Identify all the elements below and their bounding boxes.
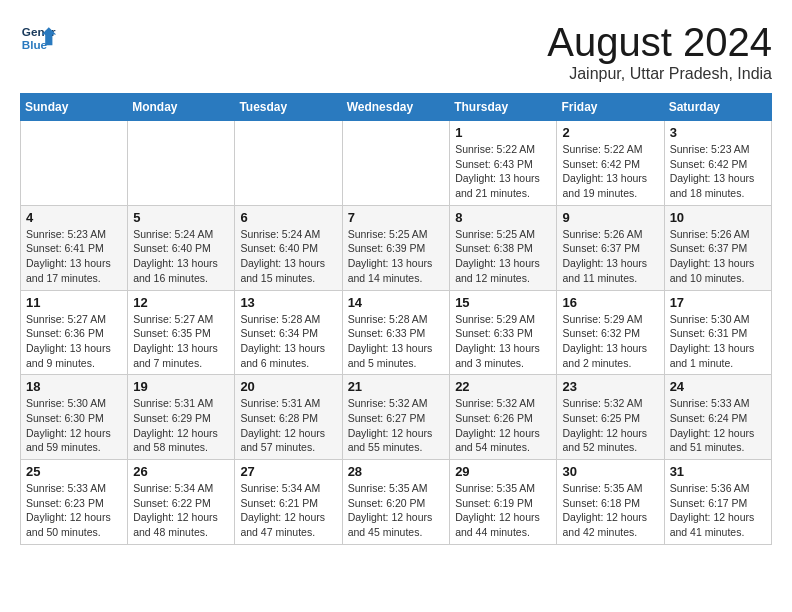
day-number: 17 xyxy=(670,295,766,310)
day-number: 11 xyxy=(26,295,122,310)
day-number: 31 xyxy=(670,464,766,479)
day-number: 3 xyxy=(670,125,766,140)
day-info: Sunrise: 5:36 AM Sunset: 6:17 PM Dayligh… xyxy=(670,481,766,540)
calendar-day-cell xyxy=(235,121,342,206)
calendar-day-cell: 14Sunrise: 5:28 AM Sunset: 6:33 PM Dayli… xyxy=(342,290,450,375)
day-info: Sunrise: 5:26 AM Sunset: 6:37 PM Dayligh… xyxy=(562,227,658,286)
calendar-day-cell: 1Sunrise: 5:22 AM Sunset: 6:43 PM Daylig… xyxy=(450,121,557,206)
logo: General Blue xyxy=(20,20,56,56)
day-number: 27 xyxy=(240,464,336,479)
day-info: Sunrise: 5:32 AM Sunset: 6:27 PM Dayligh… xyxy=(348,396,445,455)
calendar-day-cell: 2Sunrise: 5:22 AM Sunset: 6:42 PM Daylig… xyxy=(557,121,664,206)
day-number: 14 xyxy=(348,295,445,310)
day-info: Sunrise: 5:35 AM Sunset: 6:20 PM Dayligh… xyxy=(348,481,445,540)
calendar-header-friday: Friday xyxy=(557,94,664,121)
day-number: 9 xyxy=(562,210,658,225)
calendar-day-cell: 19Sunrise: 5:31 AM Sunset: 6:29 PM Dayli… xyxy=(128,375,235,460)
svg-text:Blue: Blue xyxy=(22,38,48,51)
day-info: Sunrise: 5:26 AM Sunset: 6:37 PM Dayligh… xyxy=(670,227,766,286)
day-number: 18 xyxy=(26,379,122,394)
calendar-day-cell: 16Sunrise: 5:29 AM Sunset: 6:32 PM Dayli… xyxy=(557,290,664,375)
calendar-week-row: 1Sunrise: 5:22 AM Sunset: 6:43 PM Daylig… xyxy=(21,121,772,206)
day-number: 7 xyxy=(348,210,445,225)
day-info: Sunrise: 5:22 AM Sunset: 6:42 PM Dayligh… xyxy=(562,142,658,201)
calendar-week-row: 18Sunrise: 5:30 AM Sunset: 6:30 PM Dayli… xyxy=(21,375,772,460)
day-number: 8 xyxy=(455,210,551,225)
day-number: 28 xyxy=(348,464,445,479)
calendar-day-cell: 25Sunrise: 5:33 AM Sunset: 6:23 PM Dayli… xyxy=(21,460,128,545)
calendar-day-cell xyxy=(342,121,450,206)
day-info: Sunrise: 5:35 AM Sunset: 6:18 PM Dayligh… xyxy=(562,481,658,540)
day-number: 19 xyxy=(133,379,229,394)
day-number: 29 xyxy=(455,464,551,479)
calendar-day-cell: 10Sunrise: 5:26 AM Sunset: 6:37 PM Dayli… xyxy=(664,205,771,290)
calendar-day-cell: 17Sunrise: 5:30 AM Sunset: 6:31 PM Dayli… xyxy=(664,290,771,375)
calendar-day-cell: 11Sunrise: 5:27 AM Sunset: 6:36 PM Dayli… xyxy=(21,290,128,375)
calendar-day-cell: 7Sunrise: 5:25 AM Sunset: 6:39 PM Daylig… xyxy=(342,205,450,290)
calendar-day-cell: 9Sunrise: 5:26 AM Sunset: 6:37 PM Daylig… xyxy=(557,205,664,290)
day-info: Sunrise: 5:28 AM Sunset: 6:34 PM Dayligh… xyxy=(240,312,336,371)
calendar-body: 1Sunrise: 5:22 AM Sunset: 6:43 PM Daylig… xyxy=(21,121,772,545)
calendar-header-row: SundayMondayTuesdayWednesdayThursdayFrid… xyxy=(21,94,772,121)
day-number: 20 xyxy=(240,379,336,394)
calendar-day-cell: 26Sunrise: 5:34 AM Sunset: 6:22 PM Dayli… xyxy=(128,460,235,545)
day-info: Sunrise: 5:33 AM Sunset: 6:24 PM Dayligh… xyxy=(670,396,766,455)
day-info: Sunrise: 5:29 AM Sunset: 6:33 PM Dayligh… xyxy=(455,312,551,371)
day-number: 1 xyxy=(455,125,551,140)
day-info: Sunrise: 5:34 AM Sunset: 6:21 PM Dayligh… xyxy=(240,481,336,540)
calendar-day-cell: 3Sunrise: 5:23 AM Sunset: 6:42 PM Daylig… xyxy=(664,121,771,206)
calendar-header-thursday: Thursday xyxy=(450,94,557,121)
location-subtitle: Jainpur, Uttar Pradesh, India xyxy=(547,65,772,83)
day-number: 2 xyxy=(562,125,658,140)
day-number: 26 xyxy=(133,464,229,479)
day-number: 30 xyxy=(562,464,658,479)
day-info: Sunrise: 5:24 AM Sunset: 6:40 PM Dayligh… xyxy=(240,227,336,286)
day-info: Sunrise: 5:35 AM Sunset: 6:19 PM Dayligh… xyxy=(455,481,551,540)
calendar-week-row: 11Sunrise: 5:27 AM Sunset: 6:36 PM Dayli… xyxy=(21,290,772,375)
day-info: Sunrise: 5:29 AM Sunset: 6:32 PM Dayligh… xyxy=(562,312,658,371)
day-info: Sunrise: 5:27 AM Sunset: 6:36 PM Dayligh… xyxy=(26,312,122,371)
day-info: Sunrise: 5:24 AM Sunset: 6:40 PM Dayligh… xyxy=(133,227,229,286)
day-info: Sunrise: 5:31 AM Sunset: 6:28 PM Dayligh… xyxy=(240,396,336,455)
calendar-header-sunday: Sunday xyxy=(21,94,128,121)
calendar-day-cell: 8Sunrise: 5:25 AM Sunset: 6:38 PM Daylig… xyxy=(450,205,557,290)
calendar-day-cell: 28Sunrise: 5:35 AM Sunset: 6:20 PM Dayli… xyxy=(342,460,450,545)
logo-icon: General Blue xyxy=(20,20,56,56)
page-header: General Blue August 2024 Jainpur, Uttar … xyxy=(20,20,772,83)
calendar-day-cell: 4Sunrise: 5:23 AM Sunset: 6:41 PM Daylig… xyxy=(21,205,128,290)
calendar-day-cell: 18Sunrise: 5:30 AM Sunset: 6:30 PM Dayli… xyxy=(21,375,128,460)
day-info: Sunrise: 5:23 AM Sunset: 6:42 PM Dayligh… xyxy=(670,142,766,201)
calendar-day-cell: 22Sunrise: 5:32 AM Sunset: 6:26 PM Dayli… xyxy=(450,375,557,460)
calendar-day-cell: 5Sunrise: 5:24 AM Sunset: 6:40 PM Daylig… xyxy=(128,205,235,290)
calendar-day-cell: 23Sunrise: 5:32 AM Sunset: 6:25 PM Dayli… xyxy=(557,375,664,460)
calendar-day-cell xyxy=(128,121,235,206)
calendar-day-cell: 6Sunrise: 5:24 AM Sunset: 6:40 PM Daylig… xyxy=(235,205,342,290)
day-info: Sunrise: 5:32 AM Sunset: 6:26 PM Dayligh… xyxy=(455,396,551,455)
day-info: Sunrise: 5:25 AM Sunset: 6:39 PM Dayligh… xyxy=(348,227,445,286)
day-info: Sunrise: 5:25 AM Sunset: 6:38 PM Dayligh… xyxy=(455,227,551,286)
day-number: 12 xyxy=(133,295,229,310)
calendar-day-cell: 13Sunrise: 5:28 AM Sunset: 6:34 PM Dayli… xyxy=(235,290,342,375)
calendar-day-cell: 30Sunrise: 5:35 AM Sunset: 6:18 PM Dayli… xyxy=(557,460,664,545)
calendar-header-saturday: Saturday xyxy=(664,94,771,121)
day-number: 22 xyxy=(455,379,551,394)
calendar-day-cell: 21Sunrise: 5:32 AM Sunset: 6:27 PM Dayli… xyxy=(342,375,450,460)
day-number: 16 xyxy=(562,295,658,310)
day-number: 24 xyxy=(670,379,766,394)
calendar-day-cell: 31Sunrise: 5:36 AM Sunset: 6:17 PM Dayli… xyxy=(664,460,771,545)
calendar-header-wednesday: Wednesday xyxy=(342,94,450,121)
calendar-day-cell: 24Sunrise: 5:33 AM Sunset: 6:24 PM Dayli… xyxy=(664,375,771,460)
calendar-table: SundayMondayTuesdayWednesdayThursdayFrid… xyxy=(20,93,772,545)
calendar-day-cell: 29Sunrise: 5:35 AM Sunset: 6:19 PM Dayli… xyxy=(450,460,557,545)
calendar-week-row: 25Sunrise: 5:33 AM Sunset: 6:23 PM Dayli… xyxy=(21,460,772,545)
month-year-title: August 2024 xyxy=(547,20,772,65)
day-number: 10 xyxy=(670,210,766,225)
day-info: Sunrise: 5:22 AM Sunset: 6:43 PM Dayligh… xyxy=(455,142,551,201)
day-info: Sunrise: 5:23 AM Sunset: 6:41 PM Dayligh… xyxy=(26,227,122,286)
day-info: Sunrise: 5:34 AM Sunset: 6:22 PM Dayligh… xyxy=(133,481,229,540)
calendar-day-cell: 27Sunrise: 5:34 AM Sunset: 6:21 PM Dayli… xyxy=(235,460,342,545)
day-number: 23 xyxy=(562,379,658,394)
calendar-day-cell: 15Sunrise: 5:29 AM Sunset: 6:33 PM Dayli… xyxy=(450,290,557,375)
day-info: Sunrise: 5:31 AM Sunset: 6:29 PM Dayligh… xyxy=(133,396,229,455)
day-number: 25 xyxy=(26,464,122,479)
